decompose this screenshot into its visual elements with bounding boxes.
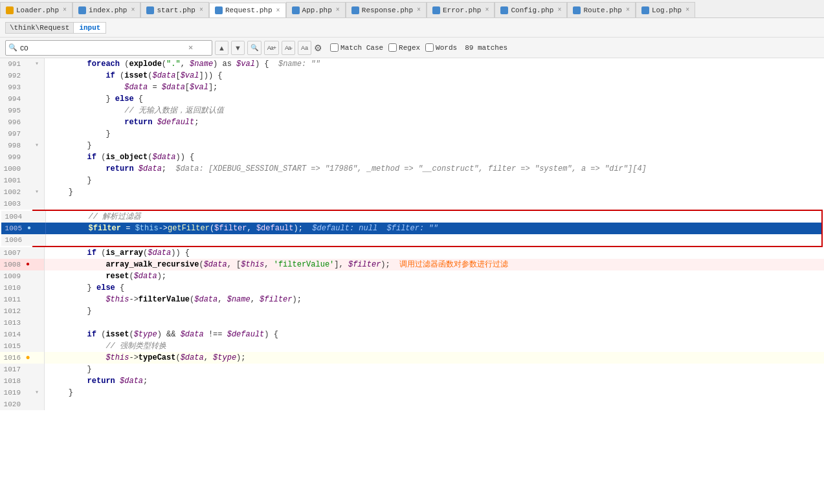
tab-close-error[interactable]: × bbox=[485, 6, 489, 14]
search-next-button[interactable]: ▼ bbox=[231, 41, 245, 55]
gutter-991: 991 ▾ bbox=[0, 58, 45, 70]
words-option[interactable]: Words bbox=[425, 43, 457, 52]
tab-close-start[interactable]: × bbox=[199, 6, 203, 14]
search-prev-button[interactable]: ▲ bbox=[215, 41, 228, 55]
tab-bar: Loader.php × index.php × start.php × Req… bbox=[0, 0, 824, 18]
gutter-1016: 1016 ● bbox=[0, 352, 45, 364]
search-bar: 🔍 ✕ ▲ ▼ 🔍 Aa+ Aa- Aa ⚙ Match Case Regex … bbox=[0, 38, 824, 58]
tab-close-response[interactable]: × bbox=[417, 6, 421, 14]
tab-close-index[interactable]: × bbox=[131, 6, 135, 14]
code-1016: $this->typeCast($data, $type); bbox=[45, 352, 824, 364]
code-1001: } bbox=[45, 175, 824, 186]
search-aa3-button[interactable]: Aa bbox=[298, 41, 311, 55]
tab-error[interactable]: Error.php × bbox=[427, 2, 495, 17]
code-1006 bbox=[46, 234, 821, 246]
gutter-1017: 1017 bbox=[0, 364, 45, 375]
tab-close-request[interactable]: × bbox=[276, 7, 280, 14]
search-aa2-button[interactable]: Aa- bbox=[282, 41, 295, 55]
breadcrumb-method: input bbox=[74, 22, 106, 34]
search-settings-button[interactable]: ⚙ bbox=[314, 43, 322, 53]
tab-label-config: Config.php bbox=[511, 6, 553, 14]
code-line-995: 995 // 无输入数据，返回默认值 bbox=[0, 105, 824, 116]
tab-config[interactable]: Config.php × bbox=[495, 2, 567, 17]
code-1020 bbox=[45, 399, 824, 410]
gutter-1019: 1019 ▾ bbox=[0, 387, 45, 399]
gutter-1018: 1018 bbox=[0, 375, 45, 387]
search-input[interactable] bbox=[20, 43, 188, 52]
tab-close-app[interactable]: × bbox=[336, 6, 340, 14]
code-line-1001: 1001 } bbox=[0, 175, 824, 186]
code-line-1013: 1013 bbox=[0, 317, 824, 329]
code-line-992: 992 if (isset($data[$val])) { bbox=[0, 70, 824, 82]
code-1000: return $data; $data: [XDEBUG_SESSION_STA… bbox=[45, 163, 824, 175]
code-line-1007: 1007 if (is_array($data)) { bbox=[0, 247, 824, 259]
gutter-1010: 1010 bbox=[0, 282, 45, 294]
tab-label-request: Request.php bbox=[225, 6, 273, 14]
tab-close-route[interactable]: × bbox=[626, 6, 630, 14]
code-line-1003: 1003 bbox=[0, 198, 824, 210]
gutter-1008: 1008 ● bbox=[0, 259, 45, 270]
code-line-1006: 1006 bbox=[1, 234, 821, 246]
code-1015: // 强制类型转换 bbox=[45, 340, 824, 352]
code-line-1008: 1008 ● array_walk_recursive($data, [$thi… bbox=[0, 259, 824, 270]
tab-route[interactable]: Route.php × bbox=[567, 2, 635, 17]
words-checkbox[interactable] bbox=[425, 43, 434, 52]
search-aa-button[interactable]: Aa+ bbox=[264, 41, 279, 55]
regex-option[interactable]: Regex bbox=[388, 43, 420, 52]
code-1009: reset($data); bbox=[45, 270, 824, 282]
code-line-1011: 1011 $this->filterValue($data, $name, $f… bbox=[0, 294, 824, 305]
gutter-1007: 1007 bbox=[0, 247, 45, 259]
code-line-1018: 1018 return $data; bbox=[0, 375, 824, 387]
code-line-991: 991 ▾ foreach (explode(".", $name) as $v… bbox=[0, 58, 824, 70]
tab-loader[interactable]: Loader.php × bbox=[0, 2, 72, 17]
tab-start[interactable]: start.php × bbox=[140, 2, 208, 17]
gutter-994: 994 bbox=[0, 93, 45, 105]
tab-app[interactable]: App.php × bbox=[286, 2, 346, 17]
code-line-1009: 1009 reset($data); bbox=[0, 270, 824, 282]
code-line-999: 999 if (is_object($data)) { bbox=[0, 151, 824, 163]
code-992: if (isset($data[$val])) { bbox=[45, 70, 824, 82]
code-995: // 无输入数据，返回默认值 bbox=[45, 105, 824, 116]
code-line-1017: 1017 } bbox=[0, 364, 824, 375]
code-area[interactable]: 991 ▾ foreach (explode(".", $name) as $v… bbox=[0, 58, 824, 504]
tab-close-config[interactable]: × bbox=[557, 6, 561, 14]
code-1008: array_walk_recursive($data, [$this, 'fil… bbox=[45, 259, 824, 270]
tab-request[interactable]: Request.php × bbox=[209, 3, 286, 18]
breadcrumb-path: \think\Request bbox=[5, 22, 74, 34]
code-1011: $this->filterValue($data, $name, $filter… bbox=[45, 294, 824, 305]
gutter-1014: 1014 bbox=[0, 329, 45, 340]
code-line-1014: 1014 if (isset($type) && $data !== $defa… bbox=[0, 329, 824, 340]
code-994: } else { bbox=[45, 93, 824, 105]
tab-index[interactable]: index.php × bbox=[72, 2, 140, 17]
match-case-option[interactable]: Match Case bbox=[330, 43, 383, 52]
gutter-999: 999 bbox=[0, 151, 45, 163]
gutter-996: 996 bbox=[0, 116, 45, 128]
tab-response[interactable]: Response.php × bbox=[346, 2, 427, 17]
code-line-1012: 1012 } bbox=[0, 305, 824, 317]
tab-icon-error bbox=[432, 6, 440, 14]
code-line-997: 997 } bbox=[0, 128, 824, 140]
gutter-1009: 1009 bbox=[0, 270, 45, 282]
tab-close-log[interactable]: × bbox=[685, 6, 689, 14]
tab-label-error: Error.php bbox=[443, 6, 481, 14]
code-line-996: 996 return $default; bbox=[0, 116, 824, 128]
annotation-box: 设置过滤器 1004 // 解析过滤器 1005 ● $filter = $th… bbox=[32, 210, 823, 247]
regex-label: Regex bbox=[399, 44, 420, 52]
regex-checkbox[interactable] bbox=[388, 43, 397, 52]
code-1004: // 解析过滤器 bbox=[46, 211, 821, 223]
gutter-1004: 1004 bbox=[1, 211, 46, 223]
code-1018: return $data; bbox=[45, 375, 824, 387]
gutter-997: 997 bbox=[0, 128, 45, 140]
match-case-checkbox[interactable] bbox=[330, 43, 339, 52]
gutter-1015: 1015 bbox=[0, 340, 45, 352]
search-input-wrap[interactable]: 🔍 ✕ bbox=[5, 40, 212, 56]
gutter-992: 992 bbox=[0, 70, 45, 82]
tab-icon-start bbox=[146, 6, 154, 14]
search-clear-button[interactable]: ✕ bbox=[188, 43, 193, 52]
tab-icon-app bbox=[292, 6, 300, 14]
tab-log[interactable]: Log.php × bbox=[636, 2, 695, 17]
search-find-button[interactable]: 🔍 bbox=[247, 41, 262, 55]
tab-close-loader[interactable]: × bbox=[63, 6, 67, 14]
code-1005: $filter = $this->getFilter($filter, $def… bbox=[46, 223, 821, 234]
gutter-1005: 1005 ● bbox=[1, 223, 46, 234]
